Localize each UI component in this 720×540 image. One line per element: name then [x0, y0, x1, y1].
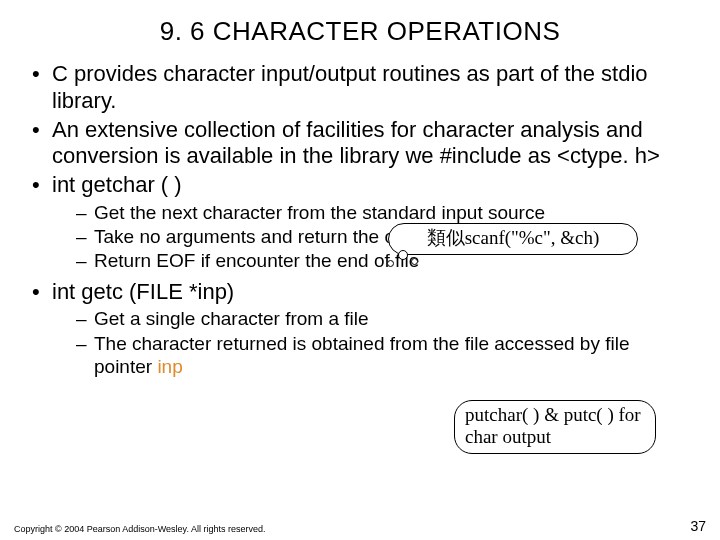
bullet-4-sublist: Get a single character from a file The c… — [52, 307, 690, 378]
bullet-4-sub-1: Get a single character from a file — [76, 307, 690, 330]
callout-dot — [387, 260, 394, 267]
callout-putchar: putchar( ) & putc( ) for char output — [454, 400, 656, 454]
footer: Copyright © 2004 Pearson Addison-Wesley.… — [14, 524, 706, 534]
bullet-1: C provides character input/output routin… — [30, 61, 690, 115]
callout-dot — [398, 250, 408, 260]
bullet-4-sub-2b: inp — [157, 356, 182, 377]
callout-scanf: 類似scanf("%c", &ch) — [388, 223, 638, 255]
slide-title: 9. 6 CHARACTER OPERATIONS — [28, 16, 692, 47]
bullet-4: int getc (FILE *inp) Get a single charac… — [30, 279, 690, 378]
page-number: 37 — [690, 518, 706, 534]
bullet-2: An extensive collection of facilities fo… — [30, 117, 690, 171]
copyright-text: Copyright © 2004 Pearson Addison-Wesley.… — [14, 524, 265, 534]
callout-dot — [411, 258, 418, 265]
bullet-3-sub-1: Get the next character from the standard… — [76, 201, 690, 224]
bullet-4-sub-2: The character returned is obtained from … — [76, 332, 690, 378]
bullet-list: C provides character input/output routin… — [28, 61, 692, 378]
bullet-4-text: int getc (FILE *inp) — [52, 279, 234, 304]
bullet-3-text: int getchar ( ) — [52, 172, 182, 197]
